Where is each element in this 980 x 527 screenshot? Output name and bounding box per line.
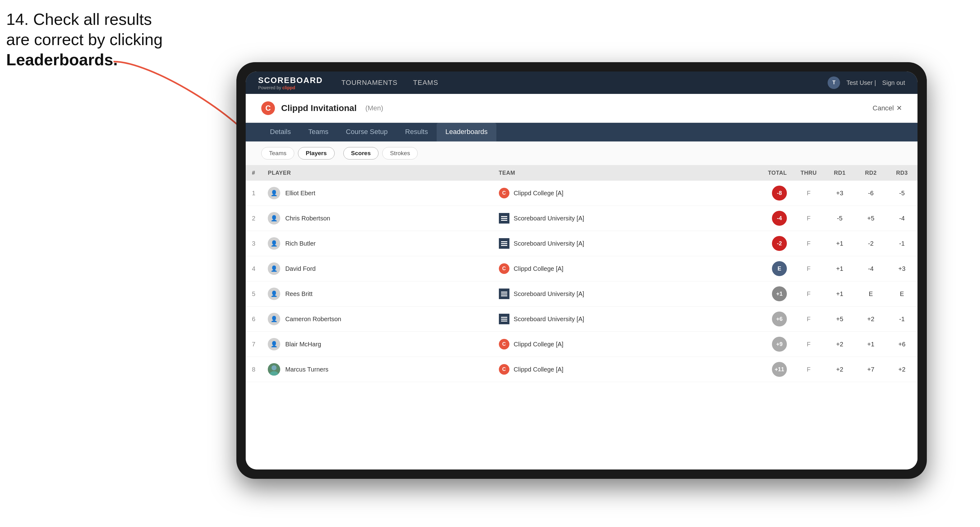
team-name: Clippd College [A] — [514, 190, 563, 197]
cell-player: 👤 Rich Butler — [262, 231, 492, 256]
player-avatar: 👤 — [268, 212, 280, 224]
player-name: Blair McHarg — [285, 341, 321, 348]
tab-course-setup[interactable]: Course Setup — [337, 123, 396, 141]
cell-rd1: +1 — [824, 231, 855, 256]
team-logo-c: C — [499, 339, 509, 349]
col-rd1: RD1 — [824, 165, 855, 181]
cell-total: -2 — [756, 231, 793, 256]
score-badge: -4 — [772, 211, 787, 226]
table-row: 2 👤 Chris Robertson Scoreboard Universit… — [246, 206, 918, 231]
cell-player: 👤 Blair McHarg — [262, 332, 492, 357]
cell-pos: 5 — [246, 281, 262, 306]
table-row: 7 👤 Blair McHarg CClippd College [A]+9F+… — [246, 332, 918, 357]
cell-rd1: +5 — [824, 306, 855, 332]
team-name: Scoreboard University [A] — [514, 290, 584, 298]
cell-thru: F — [793, 306, 824, 332]
player-avatar: 👤 — [268, 338, 280, 351]
cell-team: CClippd College [A] — [493, 181, 756, 206]
col-rd3: RD3 — [886, 165, 918, 181]
tab-results[interactable]: Results — [396, 123, 437, 141]
cell-rd2: -2 — [855, 231, 886, 256]
cell-total: -8 — [756, 181, 793, 206]
player-avatar: 👤 — [268, 187, 280, 199]
cell-rd3: E — [886, 281, 918, 306]
filter-row: Teams Players Scores Strokes — [246, 141, 918, 165]
cell-rd3: -4 — [886, 206, 918, 231]
table-header-row: # PLAYER TEAM TOTAL THRU RD1 RD2 RD3 — [246, 165, 918, 181]
cell-player: 👤 Rees Britt — [262, 281, 492, 306]
team-logo-c: C — [499, 364, 509, 375]
team-name: Scoreboard University [A] — [514, 240, 584, 247]
table-row: 8 Marcus Turners CClippd College [A]+11F… — [246, 357, 918, 382]
cell-thru: F — [793, 357, 824, 382]
signout-link[interactable]: Sign out — [882, 79, 905, 86]
user-avatar: T — [827, 76, 840, 89]
filter-scores[interactable]: Scores — [344, 147, 379, 159]
col-rd2: RD2 — [855, 165, 886, 181]
tab-details[interactable]: Details — [261, 123, 299, 141]
nav-teams[interactable]: TEAMS — [413, 79, 438, 87]
score-badge: -2 — [772, 236, 787, 251]
score-badge: +1 — [772, 286, 787, 301]
cell-pos: 8 — [246, 357, 262, 382]
cell-thru: F — [793, 231, 824, 256]
team-logo-c: C — [499, 264, 509, 274]
team-logo-sq — [499, 213, 509, 224]
cell-total: +1 — [756, 281, 793, 306]
filter-players[interactable]: Players — [298, 147, 335, 159]
table-row: 1 👤 Elliot Ebert CClippd College [A]-8F+… — [246, 181, 918, 206]
player-name: Rich Butler — [285, 240, 316, 247]
team-logo-sq — [499, 289, 509, 299]
score-badge: +9 — [772, 337, 787, 352]
nav-user-label: Test User | — [846, 79, 876, 86]
top-nav: SCOREBOARD Powered by clippd TOURNAMENTS… — [246, 71, 918, 94]
col-player: PLAYER — [262, 165, 492, 181]
cell-rd1: +1 — [824, 281, 855, 306]
cell-rd2: -6 — [855, 181, 886, 206]
player-name: Chris Robertson — [285, 215, 330, 222]
cell-rd3: -1 — [886, 306, 918, 332]
cell-team: Scoreboard University [A] — [493, 206, 756, 231]
cancel-button[interactable]: Cancel ✕ — [873, 104, 902, 112]
cell-thru: F — [793, 206, 824, 231]
player-avatar: 👤 — [268, 313, 280, 325]
cell-rd2: -4 — [855, 256, 886, 281]
cell-team: Scoreboard University [A] — [493, 231, 756, 256]
tablet-frame: SCOREBOARD Powered by clippd TOURNAMENTS… — [236, 62, 927, 479]
cell-rd1: +2 — [824, 332, 855, 357]
cell-rd2: +5 — [855, 206, 886, 231]
cell-total: +9 — [756, 332, 793, 357]
nav-right: T Test User | Sign out — [827, 76, 905, 89]
filter-teams[interactable]: Teams — [261, 147, 294, 159]
cell-total: E — [756, 256, 793, 281]
player-avatar: 👤 — [268, 287, 280, 300]
cell-thru: F — [793, 181, 824, 206]
cell-team: Scoreboard University [A] — [493, 306, 756, 332]
cell-pos: 3 — [246, 231, 262, 256]
cell-rd2: +7 — [855, 357, 886, 382]
score-badge: +6 — [772, 311, 787, 327]
team-name: Clippd College [A] — [514, 366, 563, 373]
cell-team: CClippd College [A] — [493, 256, 756, 281]
results-table: # PLAYER TEAM TOTAL THRU RD1 RD2 RD3 1 — [246, 165, 918, 382]
tab-leaderboards[interactable]: Leaderboards — [437, 123, 496, 141]
table-row: 4 👤 David Ford CClippd College [A]EF+1-4… — [246, 256, 918, 281]
col-thru: THRU — [793, 165, 824, 181]
player-avatar: 👤 — [268, 237, 280, 250]
cell-player: 👤 David Ford — [262, 256, 492, 281]
player-name: Cameron Robertson — [285, 316, 341, 323]
logo-area: SCOREBOARD Powered by clippd — [258, 76, 323, 90]
nav-links: TOURNAMENTS TEAMS — [342, 79, 828, 87]
tab-teams[interactable]: Teams — [299, 123, 337, 141]
cell-rd2: +1 — [855, 332, 886, 357]
nav-tournaments[interactable]: TOURNAMENTS — [342, 79, 398, 87]
score-badge: +11 — [772, 362, 787, 377]
col-pos: # — [246, 165, 262, 181]
cell-thru: F — [793, 281, 824, 306]
team-logo-c: C — [499, 188, 509, 198]
tournament-gender: (Men) — [366, 104, 383, 112]
table-row: 5 👤 Rees Britt Scoreboard University [A]… — [246, 281, 918, 306]
filter-strokes[interactable]: Strokes — [382, 147, 418, 159]
main-content: C Clippd Invitational (Men) Cancel ✕ Det… — [246, 94, 918, 470]
tab-bar: Details Teams Course Setup Results Leade… — [246, 123, 918, 141]
